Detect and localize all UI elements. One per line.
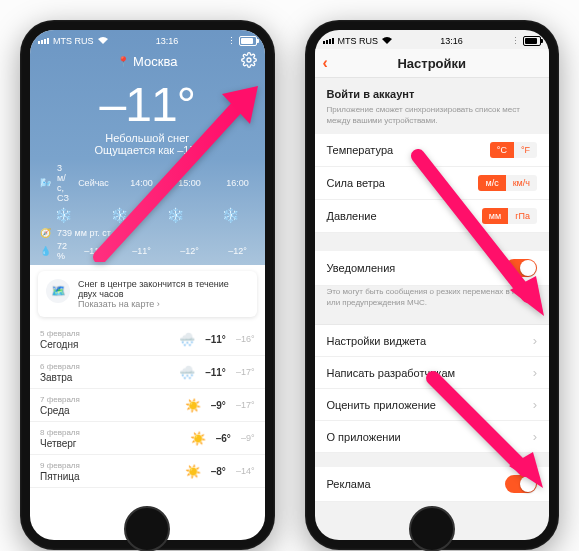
screen-left: MTS RUS 13:16 ⋮ 📍 Москва [30, 30, 265, 540]
settings-button[interactable] [241, 52, 257, 71]
battery-icon [239, 36, 257, 46]
chevron-right-icon: › [533, 397, 537, 412]
cell-link[interactable]: Оценить приложение› [315, 389, 550, 421]
daily-row[interactable]: 7 февраляСреда ☀️–9°–17° [30, 389, 265, 422]
wind-icon: 🌬️ [40, 178, 51, 188]
screen-right: MTS RUS 13:16 ⋮ ‹ Настройки Войти в акка… [315, 30, 550, 540]
phone-left: MTS RUS 13:16 ⋮ 📍 Москва [20, 20, 275, 550]
account-header[interactable]: Войти в аккаунт [315, 78, 550, 104]
chevron-right-icon: › [533, 365, 537, 380]
hourly-labels: Сейчас14:0015:0016:00 [77, 178, 255, 188]
wifi-icon [382, 36, 392, 46]
clock-label: 13:16 [440, 36, 463, 46]
hourly-col: ❄️ [147, 207, 203, 223]
home-button[interactable] [409, 506, 455, 551]
chevron-right-icon: › [533, 429, 537, 444]
status-bar: MTS RUS 13:16 ⋮ [30, 30, 265, 49]
pressure-label: 739 мм рт. ст. [57, 228, 112, 238]
home-button[interactable] [124, 506, 170, 551]
humidity-label: 72 % [57, 241, 71, 261]
chevron-right-icon: › [533, 333, 537, 348]
wifi-icon [98, 36, 108, 46]
card-title: Снег в центре закончится в течение двух … [78, 279, 249, 299]
hourly-forecast[interactable]: ❄️❄️❄️❄️ [30, 203, 265, 225]
daily-row[interactable]: 6 февраляЗавтра 🌨️–11°–17° [30, 356, 265, 389]
nav-bar: ‹ Настройки [315, 49, 550, 78]
signal-icon [323, 38, 334, 44]
nav-title: Настройки [397, 56, 466, 71]
hourly-col: ❄️ [203, 207, 259, 223]
city-label: Москва [133, 54, 177, 69]
clock-label: 13:16 [156, 36, 179, 46]
signal-icon [38, 38, 49, 44]
hourly-col: ❄️ [92, 207, 148, 223]
temperature-main: –11° [30, 77, 265, 132]
condition-label: Небольшой снег [30, 132, 265, 144]
weather-panel: MTS RUS 13:16 ⋮ 📍 Москва [30, 30, 265, 265]
carrier-label: MTS RUS [53, 36, 94, 46]
bluetooth-icon: ⋮ [227, 36, 236, 46]
details: 🌬️3 м/с, СЗ Сейчас14:0015:0016:00 [30, 156, 265, 203]
svg-point-0 [247, 58, 251, 62]
cell-link[interactable]: Настройки виджета› [315, 324, 550, 357]
hourly-col: ❄️ [36, 207, 92, 223]
daily-forecast: 5 февраляСегодня 🌨️–11°–16°6 февраляЗавт… [30, 323, 265, 488]
daily-row[interactable]: 9 февраляПятница ☀️–8°–14° [30, 455, 265, 488]
cell-temperature[interactable]: Температура °C °F [315, 134, 550, 167]
feels-label: Ощущается как –17° [30, 144, 265, 156]
map-icon: 🗺️ [46, 279, 70, 303]
seg-temperature[interactable]: °C °F [490, 142, 537, 158]
hourly-temps: –11°–11°–12°–12° [77, 246, 255, 256]
cell-ads[interactable]: Реклама [315, 467, 550, 502]
pressure-icon: 🧭 [40, 228, 51, 238]
cell-link[interactable]: О приложении› [315, 421, 550, 453]
phone-right: MTS RUS 13:16 ⋮ ‹ Настройки Войти в акка… [305, 20, 560, 550]
snow-card[interactable]: 🗺️ Снег в центре закончится в течение дв… [38, 271, 257, 317]
seg-wind[interactable]: м/с км/ч [478, 175, 537, 191]
location-icon: 📍 [117, 56, 129, 67]
humidity-icon: 💧 [40, 246, 51, 256]
cell-wind[interactable]: Сила ветра м/с км/ч [315, 167, 550, 200]
bluetooth-icon: ⋮ [511, 36, 520, 46]
city-row: 📍 Москва [30, 49, 265, 73]
status-bar: MTS RUS 13:16 ⋮ [315, 30, 550, 49]
back-button[interactable]: ‹ [323, 54, 328, 72]
daily-row[interactable]: 8 февраляЧетверг ☀️–6°–9° [30, 422, 265, 455]
cell-pressure[interactable]: Давление мм гПа [315, 200, 550, 233]
toggle-ads[interactable] [505, 475, 537, 493]
wind-label: 3 м/с, СЗ [57, 163, 71, 203]
cell-link[interactable]: Написать разработчикам› [315, 357, 550, 389]
cell-notifications[interactable]: Уведомления [315, 251, 550, 286]
toggle-notifications[interactable] [505, 259, 537, 277]
battery-icon [523, 36, 541, 46]
notifications-sub: Это могут быть сообщения о резких переме… [315, 286, 550, 316]
seg-pressure[interactable]: мм гПа [482, 208, 537, 224]
card-link[interactable]: Показать на карте › [78, 299, 160, 309]
carrier-label: MTS RUS [338, 36, 379, 46]
account-sub: Приложение сможет синхронизировать списо… [315, 104, 550, 134]
daily-row[interactable]: 5 февраляСегодня 🌨️–11°–16° [30, 323, 265, 356]
